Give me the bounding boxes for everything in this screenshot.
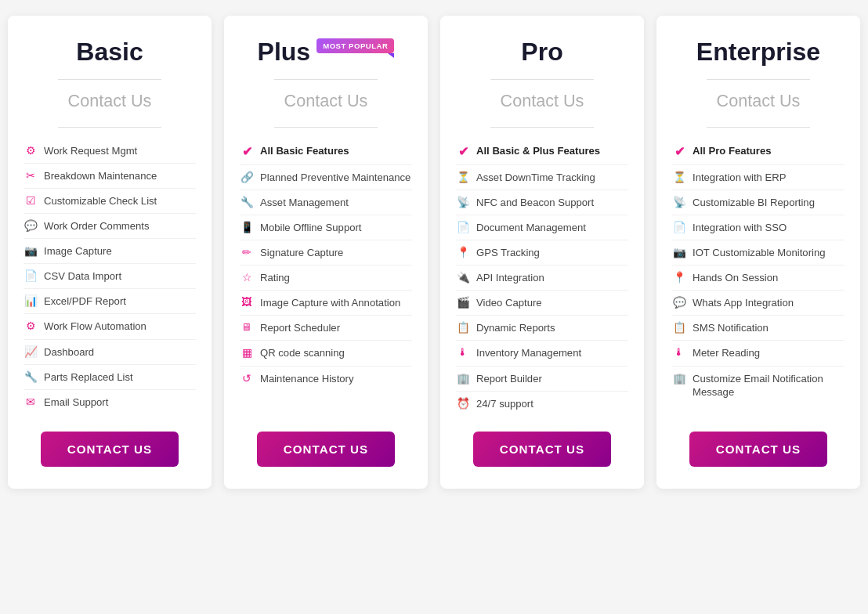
feature-icon: ✏ [240,246,254,258]
contact-text-plus: Contact Us [284,91,368,111]
feature-text: Signature Capture [260,246,412,259]
feature-icon: ⏰ [456,397,470,410]
feature-text: Planned Preventive Maintenance [260,171,412,184]
list-item: 📷Image Capture [24,239,196,264]
feature-text: Video Capture [476,296,628,309]
feature-text: API Integration [476,271,628,284]
feature-icon: ☆ [240,271,254,284]
list-item: ☑Customizable Check List [24,189,196,214]
feature-text: Asset DownTime Tracking [476,171,628,184]
list-item: 💬Whats App Integration [672,291,844,316]
list-item: 🖥Report Scheduler [240,316,412,341]
contact-btn-plus[interactable]: CONTACT US [257,432,395,467]
feature-text: Work Order Comments [44,219,196,233]
list-item: 🌡Inventory Management [456,341,628,366]
contact-btn-pro[interactable]: CONTACT US [473,432,611,467]
feature-icon: 📡 [456,196,470,208]
contact-divider [58,127,161,128]
feature-text: Mobile Offline Support [260,221,412,234]
list-item: ✉Email Support [24,390,196,414]
feature-text: Document Management [476,221,628,234]
feature-text: QR code scanning [260,346,412,359]
feature-icon: ✂ [24,169,38,182]
list-item: 🎬Video Capture [456,291,628,316]
list-item: 📱Mobile Offline Support [240,215,412,240]
feature-text: All Basic Features [260,144,412,157]
feature-text: Report Builder [476,372,628,385]
feature-icon: 📡 [672,196,686,208]
list-item: 📄Document Management [456,215,628,240]
feature-icon: ⚙ [24,144,38,157]
feature-icon: 🖼 [240,296,254,308]
plan-card-plus: PlusMOST POPULARContact Us✔All Basic Fea… [224,16,428,489]
feature-text: Integration with ERP [693,171,844,184]
features-list-plus: ✔All Basic Features🔗Planned Preventive M… [240,139,412,391]
list-item: 🔧Asset Management [240,190,412,215]
list-item: 📋Dynamic Reports [456,316,628,341]
feature-text: All Basic & Plus Features [476,144,628,157]
feature-icon: ✉ [24,395,38,408]
feature-icon: 🖥 [240,321,254,333]
feature-text: Rating [260,271,412,284]
feature-text: Meter Reading [693,346,844,359]
contact-btn-enterprise[interactable]: CONTACT US [689,432,827,467]
features-list-basic: ⚙Work Request Mgmt✂Breakdown Maintenance… [24,139,196,414]
list-item: ✏Signature Capture [240,240,412,265]
feature-icon: 📷 [24,244,38,257]
list-item: ⚙Work Request Mgmt [24,139,196,164]
feature-text: NFC and Beacon Support [476,196,628,209]
plan-title-pro: Pro [521,38,562,67]
list-item: ✔All Pro Features [672,139,844,165]
feature-text: GPS Tracking [476,246,628,259]
feature-text: Integration with SSO [693,221,844,234]
plan-title-text-pro: Pro [521,38,562,67]
feature-icon: 🔌 [456,271,470,284]
list-item: 🖼Image Capture with Annotation [240,291,412,316]
plan-card-basic: BasicContact Us⚙Work Request Mgmt✂Breakd… [8,16,212,489]
plan-card-enterprise: EnterpriseContact Us✔All Pro Features⏳In… [656,16,860,489]
plan-title-basic: Basic [76,38,143,67]
list-item: ▦QR code scanning [240,341,412,366]
feature-text: Parts Replaced List [44,370,196,384]
feature-icon: 🏢 [672,372,686,385]
list-item: 🔧Parts Replaced List [24,365,196,390]
feature-text: IOT Customizable Monitoring [693,246,844,259]
feature-text: Customizable Check List [44,194,196,208]
feature-icon: 🌡 [672,346,686,358]
feature-text: SMS Notification [693,321,844,334]
feature-icon: ✔ [456,144,470,159]
list-item: 📷IOT Customizable Monitoring [672,240,844,265]
contact-text-basic: Contact Us [68,91,152,111]
contact-divider [274,127,378,128]
feature-icon: 🔗 [240,171,254,183]
list-item: 📄CSV Data Import [24,264,196,289]
list-item: ↺Maintenance History [240,367,412,391]
list-item: 🔌API Integration [456,265,628,291]
feature-icon: 💬 [672,296,686,309]
feature-text: Hands On Session [693,271,844,284]
list-item: 🏢Report Builder [456,367,628,392]
contact-divider [707,127,810,128]
list-item: 💬Work Order Comments [24,214,196,239]
feature-icon: 📄 [672,221,686,233]
feature-icon: 🔧 [24,370,38,383]
feature-text: Maintenance History [260,372,412,385]
list-item: ✂Breakdown Maintenance [24,164,196,189]
feature-icon: 📋 [456,321,470,334]
list-item: 📍GPS Tracking [456,240,628,265]
list-item: 🏢Customize Email Notification Message [672,367,844,404]
pricing-grid: BasicContact Us⚙Work Request Mgmt✂Breakd… [8,16,860,489]
feature-text: CSV Data Import [44,269,196,283]
feature-text: Inventory Management [476,346,628,359]
list-item: ⚙Work Flow Automation [24,314,196,339]
feature-icon: 🎬 [456,296,470,309]
feature-icon: 📄 [24,269,38,282]
feature-icon: 🏢 [456,372,470,385]
feature-text: All Pro Features [693,144,844,157]
feature-text: Breakdown Maintenance [44,169,196,182]
contact-btn-basic[interactable]: CONTACT US [41,432,179,467]
feature-text: Email Support [44,395,196,409]
features-list-enterprise: ✔All Pro Features⏳Integration with ERP📡C… [672,139,844,404]
feature-text: Image Capture with Annotation [260,296,412,309]
feature-icon: 📍 [672,271,686,284]
